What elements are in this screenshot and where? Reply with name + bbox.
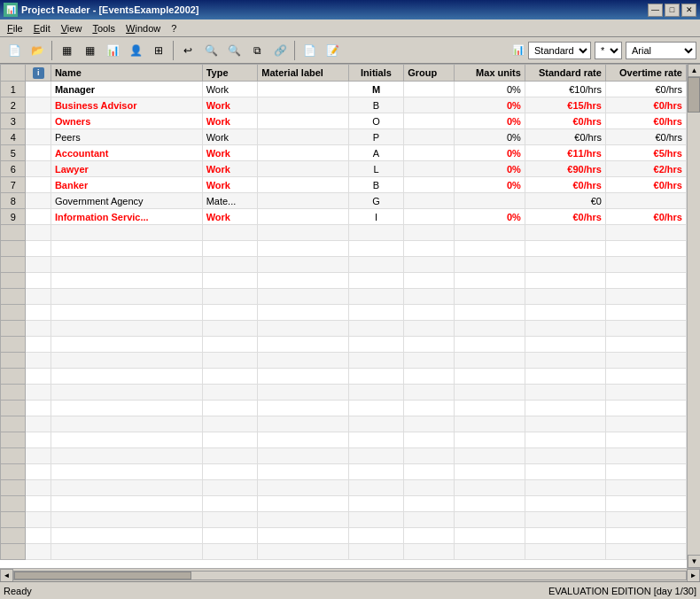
tool-link[interactable]: 🔗 (269, 41, 291, 60)
menu-file[interactable]: File (2, 21, 28, 35)
filter-combo[interactable]: * (595, 42, 622, 59)
col-header-overtime[interactable]: Overtime rate (605, 65, 686, 82)
tool-zoom-in[interactable]: 🔍 (200, 41, 222, 60)
table-row[interactable]: 4 Peers Work P 0% €0/hrs €0/hrs (1, 129, 687, 145)
tool-copy[interactable]: ⧉ (246, 41, 268, 60)
minimize-button[interactable]: — (648, 4, 663, 17)
maximize-button[interactable]: □ (665, 4, 680, 17)
cell-initials: M (348, 82, 404, 97)
cell-type: Mate... (202, 193, 258, 209)
menu-view[interactable]: View (56, 21, 88, 35)
table-row-empty (1, 464, 687, 480)
menu-tools[interactable]: Tools (87, 21, 121, 35)
col-header-name[interactable]: Name (51, 65, 202, 82)
tool-zoom-out[interactable]: 🔍 (223, 41, 245, 60)
app-icon: 📊 (4, 3, 18, 17)
cell-type-empty (202, 369, 258, 385)
tool-bar[interactable]: 📊 (102, 41, 123, 60)
cell-overtime-empty (605, 432, 686, 448)
tool-person[interactable]: 👤 (125, 41, 146, 60)
table-container: i Name Type Material label Initials Grou… (0, 64, 700, 581)
cell-overtime-empty (605, 401, 686, 416)
table-row[interactable]: 5 Accountant Work A 0% €11/hrs €5/hrs (1, 145, 687, 161)
cell-stdrate-empty (525, 241, 605, 257)
cell-maxunits: 0% (455, 161, 525, 177)
scroll-down-button[interactable]: ▼ (688, 555, 700, 568)
cell-stdrate-empty (525, 496, 605, 512)
table-row[interactable]: 7 Banker Work B 0% €0/hrs €0/hrs (1, 177, 687, 193)
col-header-initials[interactable]: Initials (348, 65, 404, 82)
cell-info (26, 129, 51, 145)
cell-type-empty (202, 448, 258, 464)
scroll-left-button[interactable]: ◄ (0, 569, 13, 582)
open-button[interactable]: 📂 (27, 41, 48, 60)
cell-type-empty (202, 401, 258, 416)
cell-rownum-empty (1, 337, 26, 353)
cell-type: Work (202, 145, 258, 161)
cell-maxunits-empty (455, 369, 525, 385)
view-combo[interactable]: Standard (528, 42, 591, 59)
cell-material-empty (258, 432, 348, 448)
tool-grid2[interactable]: ▦ (79, 41, 100, 60)
cell-overtime-empty (605, 480, 686, 496)
cell-rownum-empty (1, 480, 26, 496)
cell-maxunits-empty (455, 241, 525, 257)
cell-initials-empty (348, 416, 404, 432)
cell-name-empty (51, 353, 202, 369)
new-button[interactable]: 📄 (4, 41, 25, 60)
cell-initials: B (348, 97, 404, 113)
cell-info-empty (26, 464, 51, 480)
cell-overtime: €0/hrs (605, 82, 686, 97)
col-header-group[interactable]: Group (404, 65, 455, 82)
toolbar-right: 📊 Standard * Arial (512, 42, 696, 59)
cell-group-empty (404, 416, 455, 432)
tool-grid[interactable]: ▦ (56, 41, 77, 60)
table-row[interactable]: 8 Government Agency Mate... G €0 (1, 193, 687, 209)
scroll-up-button[interactable]: ▲ (688, 64, 700, 77)
table-row[interactable]: 2 Business Advisor Work B 0% €15/hrs €0/… (1, 97, 687, 113)
col-header-maxunits[interactable]: Max units (455, 65, 525, 82)
tool-doc2[interactable]: 📝 (322, 41, 343, 60)
scroll-right-button[interactable]: ► (687, 569, 700, 582)
close-button[interactable]: ✕ (681, 4, 696, 17)
col-header-material[interactable]: Material label (258, 65, 348, 82)
font-combo[interactable]: Arial (626, 42, 696, 59)
cell-initials-empty (348, 353, 404, 369)
tool-table[interactable]: ⊞ (148, 41, 169, 60)
menu-window[interactable]: Window (121, 21, 166, 35)
h-scroll-thumb[interactable] (14, 572, 191, 580)
table-row[interactable]: 9 Information Servic... Work I 0% €0/hrs… (1, 209, 687, 225)
status-bar: Ready EVALUATION EDITION [day 1/30] (0, 581, 700, 599)
cell-maxunits-empty (455, 512, 525, 528)
scroll-track[interactable] (688, 77, 700, 555)
cell-material-empty (258, 480, 348, 496)
cell-rownum-empty (1, 528, 26, 544)
cell-rownum-empty (1, 353, 26, 369)
menu-help[interactable]: ? (166, 21, 182, 35)
menu-edit[interactable]: Edit (28, 21, 56, 35)
cell-overtime-empty (605, 448, 686, 464)
horizontal-scrollbar[interactable]: ◄ ► (0, 568, 700, 581)
h-scroll-track[interactable] (13, 571, 687, 580)
cell-initials: G (348, 193, 404, 209)
vertical-scrollbar[interactable]: ▲ ▼ (687, 64, 700, 568)
cell-info-empty (26, 225, 51, 241)
table-row-empty (1, 257, 687, 273)
tool-doc[interactable]: 📄 (299, 41, 320, 60)
cell-material-empty (258, 464, 348, 480)
table-row[interactable]: 3 Owners Work O 0% €0/hrs €0/hrs (1, 113, 687, 129)
col-header-type[interactable]: Type (202, 65, 258, 82)
cell-info-empty (26, 528, 51, 544)
tool-undo[interactable]: ↩ (177, 41, 198, 60)
cell-info (26, 145, 51, 161)
scroll-thumb[interactable] (688, 77, 700, 113)
col-header-stdrate[interactable]: Standard rate (525, 65, 605, 82)
table-row[interactable]: 6 Lawyer Work L 0% €90/hrs €2/hrs (1, 161, 687, 177)
cell-name: Business Advisor (51, 97, 202, 113)
cell-rownum-empty (1, 416, 26, 432)
cell-group-empty (404, 480, 455, 496)
table-row[interactable]: 1 Manager Work M 0% €10/hrs €0/hrs (1, 82, 687, 97)
cell-initials-empty (348, 225, 404, 241)
cell-group-empty (404, 337, 455, 353)
cell-material (258, 177, 348, 193)
